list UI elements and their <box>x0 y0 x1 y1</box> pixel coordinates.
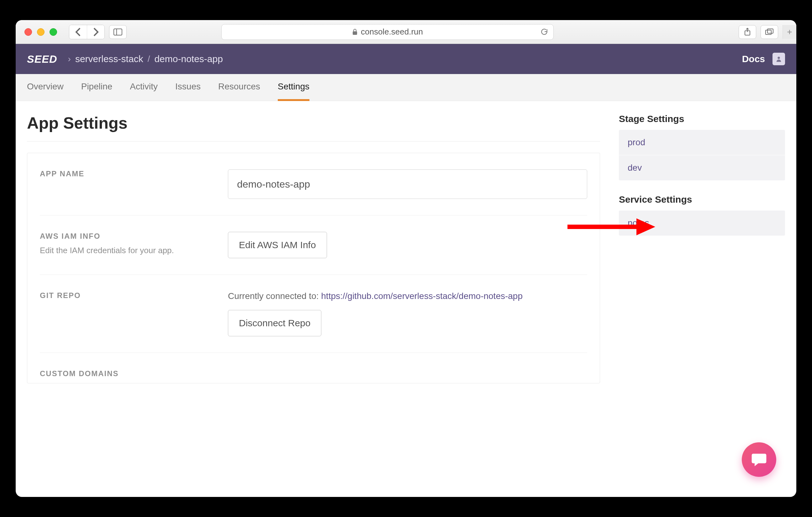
logo[interactable]: SEED <box>27 53 57 65</box>
git-repo-link[interactable]: https://github.com/serverless-stack/demo… <box>321 291 523 301</box>
lock-icon <box>352 29 358 35</box>
service-item-notes[interactable]: notes <box>619 211 785 236</box>
section-iam: AWS IAM INFO Edit the IAM credentials fo… <box>40 216 587 275</box>
back-button[interactable] <box>69 25 87 39</box>
tab-pipeline[interactable]: Pipeline <box>81 74 113 101</box>
window-controls <box>25 28 57 36</box>
custom-domains-label: CUSTOM DOMAINS <box>40 369 215 378</box>
address-bar[interactable]: console.seed.run <box>221 24 554 40</box>
section-git-repo: GIT REPO Currently connected to: https:/… <box>40 275 587 353</box>
maximize-window-icon[interactable] <box>50 28 57 36</box>
stage-settings-heading: Stage Settings <box>619 114 785 124</box>
svg-point-6 <box>778 57 780 59</box>
reload-icon[interactable] <box>540 28 548 36</box>
git-connected-text: Currently connected to: https://github.c… <box>228 291 587 301</box>
browser-titlebar: console.seed.run + <box>16 20 796 44</box>
tab-activity[interactable]: Activity <box>130 74 158 101</box>
svg-rect-4 <box>765 30 771 34</box>
breadcrumb-app[interactable]: demo-notes-app <box>154 54 223 64</box>
section-app-name: APP NAME <box>40 153 587 216</box>
git-repo-label: GIT REPO <box>40 291 215 300</box>
forward-button[interactable] <box>87 25 105 39</box>
close-window-icon[interactable] <box>25 28 32 36</box>
tab-overview[interactable]: Overview <box>27 74 64 101</box>
section-custom-domains: CUSTOM DOMAINS <box>40 353 587 383</box>
share-button[interactable] <box>738 25 756 39</box>
iam-help: Edit the IAM credentials for your app. <box>40 246 215 255</box>
tab-issues[interactable]: Issues <box>175 74 201 101</box>
nav-back-forward <box>69 25 105 39</box>
edit-iam-button[interactable]: Edit AWS IAM Info <box>228 232 327 258</box>
docs-link[interactable]: Docs <box>742 54 765 64</box>
svg-rect-0 <box>114 29 122 35</box>
tab-resources[interactable]: Resources <box>218 74 260 101</box>
stage-item-dev[interactable]: dev <box>619 155 785 181</box>
breadcrumb-separator: › <box>68 54 71 64</box>
breadcrumb-separator: / <box>148 54 150 64</box>
disconnect-repo-button[interactable]: Disconnect Repo <box>228 310 321 336</box>
new-tab-button[interactable]: + <box>783 25 796 39</box>
user-menu-button[interactable] <box>773 53 785 65</box>
minimize-window-icon[interactable] <box>37 28 45 36</box>
app-header: SEED › serverless-stack / demo-notes-app… <box>16 44 796 74</box>
divider <box>27 141 600 141</box>
iam-label: AWS IAM INFO <box>40 232 215 241</box>
stage-list: prod dev <box>619 130 785 181</box>
breadcrumb-org[interactable]: serverless-stack <box>75 54 143 64</box>
app-tabs: Overview Pipeline Activity Issues Resour… <box>16 74 796 101</box>
service-list: notes <box>619 211 785 236</box>
svg-rect-2 <box>353 31 357 35</box>
tabs-button[interactable] <box>761 25 778 39</box>
tab-settings[interactable]: Settings <box>278 74 310 101</box>
sidebar-toggle-button[interactable] <box>109 25 127 39</box>
url-text: console.seed.run <box>361 27 423 37</box>
service-settings-heading: Service Settings <box>619 194 785 205</box>
settings-card: APP NAME AWS IAM INFO Edit the IAM crede… <box>27 153 600 383</box>
chat-bubble-icon <box>750 451 768 468</box>
app-name-label: APP NAME <box>40 169 215 178</box>
chat-button[interactable] <box>742 442 776 477</box>
svg-rect-5 <box>767 29 773 33</box>
app-name-input[interactable] <box>228 169 587 199</box>
stage-item-prod[interactable]: prod <box>619 130 785 155</box>
page-title: App Settings <box>27 114 600 132</box>
